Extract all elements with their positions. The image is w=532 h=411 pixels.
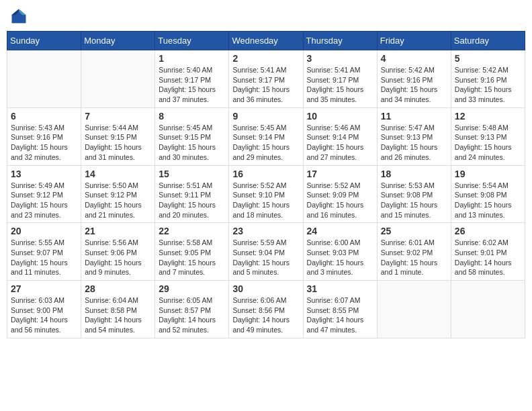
- calendar-cell: 9Sunrise: 5:45 AM Sunset: 9:14 PM Daylig…: [229, 107, 303, 165]
- day-number: 4: [381, 53, 447, 64]
- day-number: 5: [455, 53, 521, 64]
- day-number: 10: [307, 111, 373, 122]
- calendar-cell: 16Sunrise: 5:52 AM Sunset: 9:10 PM Dayli…: [229, 165, 303, 223]
- weekday-header-friday: Friday: [377, 32, 451, 50]
- day-info: Sunrise: 5:43 AM Sunset: 9:16 PM Dayligh…: [11, 123, 77, 163]
- day-info: Sunrise: 5:46 AM Sunset: 9:14 PM Dayligh…: [307, 123, 373, 163]
- calendar-cell: 27Sunrise: 6:03 AM Sunset: 9:00 PM Dayli…: [7, 281, 81, 338]
- day-info: Sunrise: 5:52 AM Sunset: 9:10 PM Dayligh…: [232, 181, 299, 220]
- day-info: Sunrise: 5:42 AM Sunset: 9:16 PM Dayligh…: [455, 65, 521, 105]
- calendar-week-row: 20Sunrise: 5:55 AM Sunset: 9:07 PM Dayli…: [7, 223, 525, 281]
- calendar-cell: 7Sunrise: 5:44 AM Sunset: 9:15 PM Daylig…: [81, 107, 155, 165]
- calendar-cell: 12Sunrise: 5:48 AM Sunset: 9:13 PM Dayli…: [451, 107, 525, 165]
- day-info: Sunrise: 5:53 AM Sunset: 9:08 PM Dayligh…: [381, 181, 447, 220]
- day-info: Sunrise: 6:07 AM Sunset: 8:55 PM Dayligh…: [307, 295, 373, 335]
- day-info: Sunrise: 5:48 AM Sunset: 9:13 PM Dayligh…: [455, 123, 521, 163]
- calendar-cell: 1Sunrise: 5:40 AM Sunset: 9:17 PM Daylig…: [155, 50, 229, 108]
- calendar-cell: 24Sunrise: 6:00 AM Sunset: 9:03 PM Dayli…: [303, 223, 377, 281]
- calendar-cell: 26Sunrise: 6:02 AM Sunset: 9:01 PM Dayli…: [451, 223, 525, 281]
- day-info: Sunrise: 5:58 AM Sunset: 9:05 PM Dayligh…: [159, 238, 225, 277]
- day-info: Sunrise: 5:41 AM Sunset: 9:17 PM Dayligh…: [307, 65, 373, 105]
- day-info: Sunrise: 5:40 AM Sunset: 9:17 PM Dayligh…: [159, 65, 225, 105]
- day-info: Sunrise: 6:06 AM Sunset: 8:56 PM Dayligh…: [232, 295, 299, 335]
- logo-icon: [9, 7, 28, 26]
- calendar-cell: 4Sunrise: 5:42 AM Sunset: 9:16 PM Daylig…: [377, 50, 451, 108]
- day-number: 11: [381, 111, 447, 122]
- calendar-week-row: 1Sunrise: 5:40 AM Sunset: 9:17 PM Daylig…: [7, 50, 525, 108]
- day-info: Sunrise: 5:42 AM Sunset: 9:16 PM Dayligh…: [381, 65, 447, 105]
- day-number: 31: [307, 283, 373, 294]
- calendar-cell: 6Sunrise: 5:43 AM Sunset: 9:16 PM Daylig…: [7, 107, 81, 165]
- day-info: Sunrise: 6:01 AM Sunset: 9:02 PM Dayligh…: [381, 238, 447, 277]
- day-info: Sunrise: 5:41 AM Sunset: 9:17 PM Dayligh…: [232, 65, 299, 105]
- day-info: Sunrise: 5:49 AM Sunset: 9:12 PM Dayligh…: [11, 181, 77, 220]
- calendar-cell: 10Sunrise: 5:46 AM Sunset: 9:14 PM Dayli…: [303, 107, 377, 165]
- calendar-cell: 31Sunrise: 6:07 AM Sunset: 8:55 PM Dayli…: [303, 281, 377, 338]
- calendar-cell: 5Sunrise: 5:42 AM Sunset: 9:16 PM Daylig…: [451, 50, 525, 108]
- calendar-cell: 8Sunrise: 5:45 AM Sunset: 9:15 PM Daylig…: [155, 107, 229, 165]
- calendar-cell: 13Sunrise: 5:49 AM Sunset: 9:12 PM Dayli…: [7, 165, 81, 223]
- day-info: Sunrise: 5:54 AM Sunset: 9:08 PM Dayligh…: [455, 181, 521, 220]
- day-number: 27: [11, 283, 77, 294]
- calendar-table: SundayMondayTuesdayWednesdayThursdayFrid…: [7, 31, 525, 338]
- day-number: 8: [159, 111, 225, 122]
- calendar-cell: 22Sunrise: 5:58 AM Sunset: 9:05 PM Dayli…: [155, 223, 229, 281]
- calendar-cell: 21Sunrise: 5:56 AM Sunset: 9:06 PM Dayli…: [81, 223, 155, 281]
- day-number: 22: [159, 226, 225, 236]
- calendar-cell: 28Sunrise: 6:04 AM Sunset: 8:58 PM Dayli…: [81, 281, 155, 338]
- day-info: Sunrise: 5:47 AM Sunset: 9:13 PM Dayligh…: [381, 123, 447, 163]
- day-info: Sunrise: 6:03 AM Sunset: 9:00 PM Dayligh…: [11, 295, 77, 335]
- day-number: 20: [11, 226, 77, 236]
- day-number: 29: [159, 283, 225, 294]
- calendar-cell: [81, 50, 155, 108]
- day-number: 23: [232, 226, 299, 236]
- day-number: 1: [159, 53, 225, 64]
- day-info: Sunrise: 5:55 AM Sunset: 9:07 PM Dayligh…: [11, 238, 77, 277]
- day-info: Sunrise: 6:04 AM Sunset: 8:58 PM Dayligh…: [85, 295, 151, 335]
- weekday-header-row: SundayMondayTuesdayWednesdayThursdayFrid…: [7, 32, 525, 50]
- calendar-cell: 11Sunrise: 5:47 AM Sunset: 9:13 PM Dayli…: [377, 107, 451, 165]
- calendar-week-row: 6Sunrise: 5:43 AM Sunset: 9:16 PM Daylig…: [7, 107, 525, 165]
- calendar-cell: [451, 281, 525, 338]
- day-number: 28: [85, 283, 151, 294]
- day-number: 24: [307, 226, 373, 236]
- day-number: 9: [232, 111, 299, 122]
- day-number: 30: [232, 283, 299, 294]
- day-info: Sunrise: 5:45 AM Sunset: 9:14 PM Dayligh…: [232, 123, 299, 163]
- day-info: Sunrise: 5:51 AM Sunset: 9:11 PM Dayligh…: [159, 181, 225, 220]
- calendar-cell: [7, 50, 81, 108]
- calendar-cell: 30Sunrise: 6:06 AM Sunset: 8:56 PM Dayli…: [229, 281, 303, 338]
- day-number: 16: [232, 169, 299, 179]
- calendar-cell: 3Sunrise: 5:41 AM Sunset: 9:17 PM Daylig…: [303, 50, 377, 108]
- day-number: 3: [307, 53, 373, 64]
- calendar-cell: 20Sunrise: 5:55 AM Sunset: 9:07 PM Dayli…: [7, 223, 81, 281]
- calendar-cell: 17Sunrise: 5:52 AM Sunset: 9:09 PM Dayli…: [303, 165, 377, 223]
- calendar-cell: 2Sunrise: 5:41 AM Sunset: 9:17 PM Daylig…: [229, 50, 303, 108]
- weekday-header-wednesday: Wednesday: [229, 32, 303, 50]
- day-info: Sunrise: 5:50 AM Sunset: 9:12 PM Dayligh…: [85, 181, 151, 220]
- day-info: Sunrise: 6:05 AM Sunset: 8:57 PM Dayligh…: [159, 295, 225, 335]
- weekday-header-sunday: Sunday: [7, 32, 81, 50]
- calendar-cell: 19Sunrise: 5:54 AM Sunset: 9:08 PM Dayli…: [451, 165, 525, 223]
- calendar-cell: 29Sunrise: 6:05 AM Sunset: 8:57 PM Dayli…: [155, 281, 229, 338]
- day-info: Sunrise: 5:56 AM Sunset: 9:06 PM Dayligh…: [85, 238, 151, 277]
- calendar-cell: 15Sunrise: 5:51 AM Sunset: 9:11 PM Dayli…: [155, 165, 229, 223]
- day-number: 15: [159, 169, 225, 179]
- day-number: 6: [11, 111, 77, 122]
- day-number: 21: [85, 226, 151, 236]
- calendar-cell: 25Sunrise: 6:01 AM Sunset: 9:02 PM Dayli…: [377, 223, 451, 281]
- day-number: 13: [11, 169, 77, 179]
- page-header: [7, 7, 525, 26]
- calendar-week-row: 27Sunrise: 6:03 AM Sunset: 9:00 PM Dayli…: [7, 281, 525, 338]
- weekday-header-monday: Monday: [81, 32, 155, 50]
- day-number: 14: [85, 169, 151, 179]
- day-number: 18: [381, 169, 447, 179]
- day-number: 12: [455, 111, 521, 122]
- day-number: 26: [455, 226, 521, 236]
- day-number: 2: [232, 53, 299, 64]
- weekday-header-tuesday: Tuesday: [155, 32, 229, 50]
- calendar-week-row: 13Sunrise: 5:49 AM Sunset: 9:12 PM Dayli…: [7, 165, 525, 223]
- day-number: 25: [381, 226, 447, 236]
- day-info: Sunrise: 5:45 AM Sunset: 9:15 PM Dayligh…: [159, 123, 225, 163]
- day-info: Sunrise: 6:00 AM Sunset: 9:03 PM Dayligh…: [307, 238, 373, 277]
